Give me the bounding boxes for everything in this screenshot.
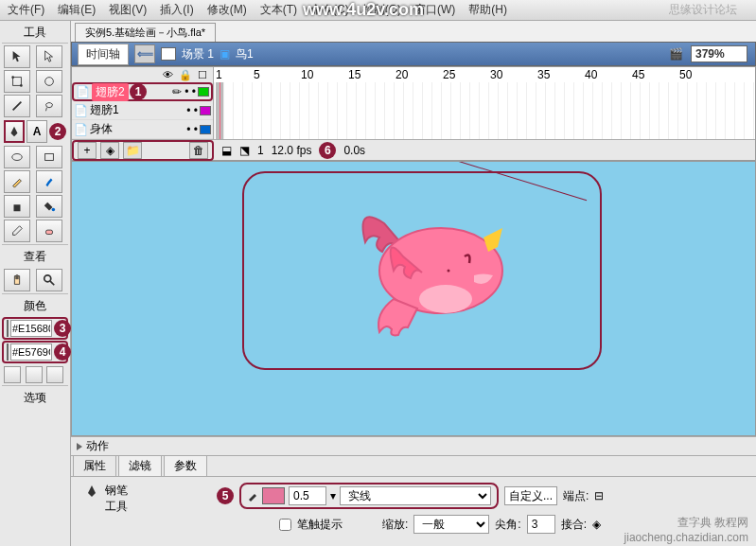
eyedropper-tool[interactable] [4, 220, 30, 242]
layer-row-3[interactable]: 📄 身体 • • [72, 120, 213, 139]
eraser-tool[interactable] [36, 220, 62, 242]
svg-point-3 [45, 78, 54, 86]
timeline-tab[interactable]: 时间轴 [78, 44, 129, 65]
ruler-30: 30 [490, 68, 502, 81]
prop-stroke-swatch[interactable] [262, 487, 285, 504]
menu-modify[interactable]: 修改(M) [207, 2, 247, 18]
paint-bucket-tool[interactable] [36, 195, 62, 218]
stroke-color-swatch[interactable] [7, 320, 9, 337]
expand-icon[interactable] [77, 443, 82, 450]
join-label: 接合: [561, 517, 587, 533]
layer-row-2[interactable]: 📄 翅膀1 • • [72, 101, 213, 120]
dropdown-icon[interactable]: ▾ [330, 489, 336, 502]
cap-icon[interactable]: ⊟ [594, 489, 604, 502]
layer-1-name: 翅膀2 [92, 83, 129, 101]
zoom-tool[interactable] [36, 269, 62, 291]
tab-properties[interactable]: 属性 [73, 455, 116, 476]
lasso-tool[interactable] [36, 95, 62, 117]
badge-1: 1 [130, 83, 147, 100]
tool-sub-label: 工具 [84, 499, 209, 515]
layer-row-1[interactable]: 1 📄 翅膀2 ✏ • • [72, 82, 213, 101]
stroke-width-input[interactable] [289, 486, 326, 505]
no-color-btn[interactable] [26, 366, 43, 383]
svg-point-5 [12, 154, 23, 161]
ruler-25: 25 [443, 68, 455, 81]
ruler-5: 5 [254, 68, 260, 81]
menu-view[interactable]: 视图(V) [109, 2, 147, 18]
pencil-tool[interactable] [4, 170, 30, 193]
add-folder-button[interactable]: 📁 [123, 142, 142, 159]
join-icon[interactable]: ◈ [592, 518, 601, 531]
onion-icon[interactable]: ⬓ [221, 144, 232, 157]
black-white-btn[interactable] [4, 366, 21, 383]
symbol-icon: ▣ [220, 47, 230, 61]
delete-layer-button[interactable]: 🗑 [189, 142, 208, 159]
miter-label: 尖角: [495, 517, 520, 533]
tab-params[interactable]: 参数 [164, 455, 207, 476]
cap-label: 端点: [563, 488, 589, 504]
scene-label[interactable]: 场景 1 [182, 46, 214, 62]
add-guide-button[interactable]: ◈ [100, 142, 119, 159]
brush-tool[interactable] [36, 170, 62, 193]
text-tool[interactable]: A [26, 120, 47, 143]
back-button[interactable]: ⟸ [134, 44, 155, 63]
fill-color-swatch[interactable] [7, 343, 9, 361]
free-transform-tool[interactable] [4, 70, 30, 93]
document-tab[interactable]: 实例5.基础绘画－小鸟.fla* [75, 23, 216, 42]
pencil-icon [247, 490, 258, 502]
ink-bottle-tool[interactable] [4, 195, 30, 218]
scale-select[interactable]: 一般 [413, 515, 489, 534]
canvas[interactable] [71, 161, 756, 436]
gradient-transform-tool[interactable] [36, 70, 62, 93]
rectangle-tool[interactable] [36, 146, 62, 168]
eye-icon[interactable]: 👁 [163, 69, 173, 80]
outline-icon[interactable]: ☐ [198, 69, 207, 81]
fps-label: 12.0 fps [272, 144, 312, 157]
symbol-label[interactable]: 鸟1 [236, 46, 254, 62]
add-layer-button[interactable]: + [78, 142, 97, 159]
touch-hint-checkbox[interactable] [279, 519, 291, 531]
layer-icon: 📄 [74, 104, 88, 117]
miter-input[interactable] [527, 515, 555, 534]
layer-3-name: 身体 [90, 121, 113, 137]
line-tool[interactable] [4, 95, 30, 117]
watermark-url: www.4u2v.com [303, 0, 424, 20]
badge-3: 3 [54, 320, 71, 337]
layer-2-name: 翅膀1 [90, 102, 119, 118]
fill-color-input[interactable] [10, 343, 52, 361]
edit-scene-icon[interactable]: 🎬 [669, 47, 683, 61]
stroke-color-input[interactable] [10, 320, 52, 337]
menu-file[interactable]: 文件(F) [8, 2, 44, 18]
selection-tool[interactable] [4, 45, 30, 68]
custom-button[interactable]: 自定义... [504, 486, 557, 505]
timeline-ruler[interactable]: 1 5 10 15 20 25 30 35 40 45 50 [214, 67, 755, 82]
scene-icon [161, 47, 176, 61]
layers-list: 1 📄 翅膀2 ✏ • • 📄 翅膀1 • • 📄 身体 [72, 82, 214, 139]
tools-title: 工具 [2, 23, 68, 44]
scene-bar: 时间轴 ⟸ 场景 1 ▣ 鸟1 🎬 [71, 42, 756, 66]
layer-buttons: + ◈ 📁 🗑 [72, 140, 214, 161]
zoom-input[interactable] [691, 45, 747, 62]
menu-insert[interactable]: 插入(I) [160, 2, 193, 18]
ruler-50: 50 [679, 68, 692, 81]
menu-edit[interactable]: 编辑(E) [58, 2, 96, 18]
onion-icon-2[interactable]: ⬔ [239, 144, 250, 157]
stroke-style-select[interactable]: 实线 [340, 486, 491, 505]
subselection-tool[interactable] [36, 45, 62, 68]
badge-5: 5 [217, 487, 234, 504]
oval-tool[interactable] [4, 146, 30, 168]
footer-watermark: 查字典 教程网 jiaocheng.chazidian.com [624, 515, 748, 544]
time-label: 0.0s [343, 144, 365, 157]
touch-hint-label: 笔触提示 [297, 517, 343, 533]
actions-bar[interactable]: 动作 [71, 436, 756, 455]
menu-help[interactable]: 帮助(H) [468, 2, 507, 18]
frames-area[interactable] [214, 82, 755, 139]
swap-colors-btn[interactable] [46, 366, 63, 383]
layer-icon: 📄 [76, 85, 90, 98]
view-section-title: 查看 [2, 244, 68, 267]
tab-filters[interactable]: 滤镜 [118, 455, 162, 476]
hand-tool[interactable] [4, 269, 30, 291]
menu-text[interactable]: 文本(T) [260, 2, 297, 18]
pen-tool[interactable] [4, 120, 25, 143]
lock-icon[interactable]: 🔒 [179, 69, 192, 81]
